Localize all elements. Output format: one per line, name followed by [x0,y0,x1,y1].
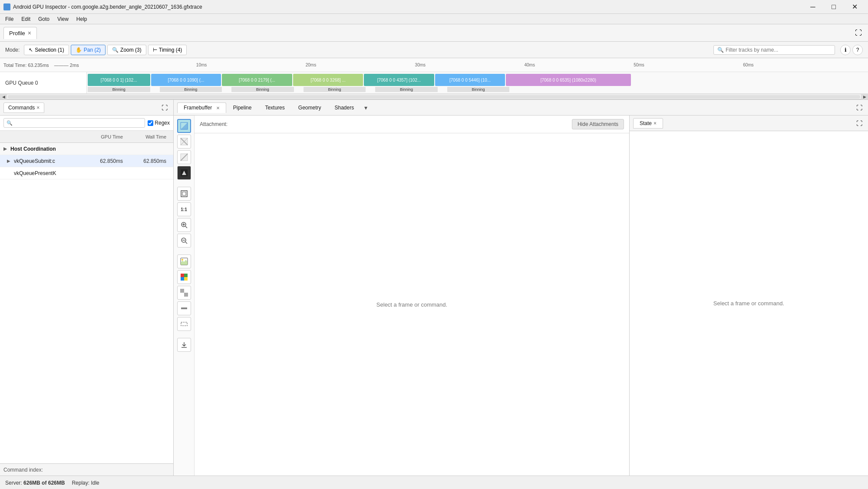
tab-shaders[interactable]: Shaders [328,102,360,112]
framebuffer-tab-label: Framebuffer [184,105,212,111]
right-panels: Framebuffer × Pipeline Textures Geometry… [174,100,868,476]
svg-rect-26 [184,293,188,297]
mode-selection-button[interactable]: ↖ Selection (1) [24,45,69,55]
zoom-in-button[interactable] [177,218,191,232]
attachment-2-button[interactable] [177,135,191,149]
track-block-5[interactable]: [7068 0 0 5446] (10... [435,74,505,86]
ruler-tick-10ms: 10ms [196,63,207,67]
binning-4: Binning [375,87,438,92]
menu-edit[interactable]: Edit [18,15,34,23]
tab-framebuffer[interactable]: Framebuffer × [177,102,226,113]
svg-rect-20 [181,274,184,277]
track-block-1[interactable]: [7068 0 0 1090] (... [151,74,221,86]
gpu-queue-track[interactable]: [7068 0 0 1] (102... [7068 0 0 1090] (..… [87,72,868,93]
state-tab-close[interactable]: × [653,120,657,126]
image-view-button[interactable] [177,254,191,268]
filter-tracks-input[interactable] [726,47,831,53]
tab-geometry[interactable]: Geometry [292,102,328,112]
shaders-tab-label: Shaders [334,105,354,111]
profile-tab[interactable]: Profile × [3,27,37,39]
selection-label: Selection (1) [35,47,64,53]
ruler-scale: 10ms 20ms 30ms 40ms 50ms 60ms [87,58,868,72]
replay-status: Replay: Idle [72,480,99,486]
regex-checkbox[interactable] [148,120,153,126]
menu-help[interactable]: Help [73,15,91,23]
pan-icon: ✋ [76,47,82,53]
track-block-3[interactable]: [7068 0 0 3268] ... [293,74,363,86]
minimize-button[interactable]: ─ [803,0,823,14]
cmd-row-vkqueuesubmit[interactable]: ▶ vkQueueSubmit:c 62.850ms 62.850ms [0,155,173,167]
download-button[interactable] [177,338,191,352]
zoom-label: Zoom (3) [120,47,142,53]
scroll-track[interactable] [8,95,860,99]
window-title: Android GPU Inspector - com.google.a2g.b… [13,4,202,10]
total-time-label: Total Time: 63.235ms ——— 2ms [3,63,79,68]
framebuffer-content: Attachment: Hide Attachments Select a fr… [195,116,629,476]
track-block-0[interactable]: [7068 0 0 1] (102... [88,74,150,86]
cmd-name-vkqueuesubmit: vkQueueSubmit:c [14,158,83,164]
color-channel-button[interactable] [177,270,191,284]
selection-icon: ↖ [29,47,33,53]
attachment-4-button[interactable] [177,166,191,180]
help-button[interactable]: ? [852,45,863,55]
one-to-one-button[interactable]: 1:1 [177,202,191,216]
commands-search-icon: 🔍 [7,120,13,126]
menu-goto[interactable]: Goto [35,15,53,23]
selection-crop-button[interactable] [177,317,191,331]
commands-tab[interactable]: Commands × [3,102,44,113]
expand-vkqueue-icon[interactable]: ▶ [7,159,14,163]
info-button[interactable]: ℹ [840,45,851,55]
binning-2: Binning [231,87,294,92]
mode-pan-button[interactable]: ✋ Pan (2) [71,45,106,55]
close-button[interactable]: ✕ [845,0,865,14]
profile-fullscreen-button[interactable]: ⛶ [852,27,865,39]
right-tabs-expand-button[interactable]: ⛶ [854,102,865,113]
cmd-row-vkqueuepresentk[interactable]: vkQueuePresentK [0,167,173,179]
attachment-3-button[interactable] [177,150,191,164]
attachment-label: Attachment: [200,121,228,127]
right-tab-bar: Framebuffer × Pipeline Textures Geometry… [174,100,868,116]
cmd-gpu-vkqueuesubmit: 62.850ms [83,158,126,164]
more-tabs-button[interactable]: ▾ [361,102,371,113]
track-block-2[interactable]: [7068 0 0 2179] (... [222,74,292,86]
expand-host-icon[interactable]: ▶ [3,146,10,151]
ruler-tick-20ms: 20ms [306,63,316,67]
checkerboard-button[interactable] [177,286,191,300]
fit-to-window-button[interactable] [177,187,191,201]
svg-rect-10 [182,192,186,195]
commands-panel: Commands × ⛶ 🔍 Regex GPU Time Wall Time … [0,100,174,476]
crop-button[interactable] [177,301,191,315]
state-expand-button[interactable]: ⛶ [854,118,865,129]
zoom-out-button[interactable] [177,234,191,248]
commands-tab-close[interactable]: × [36,105,40,111]
svg-rect-28 [181,322,187,326]
framebuffer-empty-message: Select a frame or command. [195,133,629,476]
commands-search-input[interactable] [14,120,142,126]
cmd-name-host: Host Coordination [10,146,83,152]
panels-row: 1:1 [174,116,868,476]
menu-file[interactable]: File [2,15,17,23]
scroll-right-button[interactable]: ▶ [861,94,868,99]
tab-pipeline[interactable]: Pipeline [227,102,258,112]
state-tab[interactable]: State × [633,118,663,129]
track-block-6[interactable]: [7068 0 0 6535] (1080x2280) [506,74,630,86]
title-bar: Android GPU Inspector - com.google.a2g.b… [0,0,868,14]
tab-textures[interactable]: Textures [258,102,291,112]
attachment-1-button[interactable] [177,119,191,133]
mode-timing-button[interactable]: ⊢ Timing (4) [148,45,187,55]
regex-checkbox-label[interactable]: Regex [148,120,170,126]
mode-zoom-button[interactable]: 🔍 Zoom (3) [107,45,146,55]
scroll-left-button[interactable]: ◀ [0,94,7,99]
menu-view[interactable]: View [54,15,72,23]
app-icon [3,3,10,10]
track-block-4[interactable]: [7068 0 0 4357] (102... [364,74,434,86]
maximize-button[interactable]: □ [824,0,844,14]
hide-attachments-button[interactable]: Hide Attachments [572,119,624,129]
cmd-row-host-coordination[interactable]: ▶ Host Coordination [0,143,173,155]
ruler-tick-30ms: 30ms [415,63,426,67]
zoom-icon: 🔍 [112,47,119,53]
profile-tab-close[interactable]: × [28,30,31,36]
framebuffer-tab-close[interactable]: × [216,105,220,111]
commands-expand-button[interactable]: ⛶ [159,102,170,113]
filter-search-icon: 🔍 [717,47,724,53]
